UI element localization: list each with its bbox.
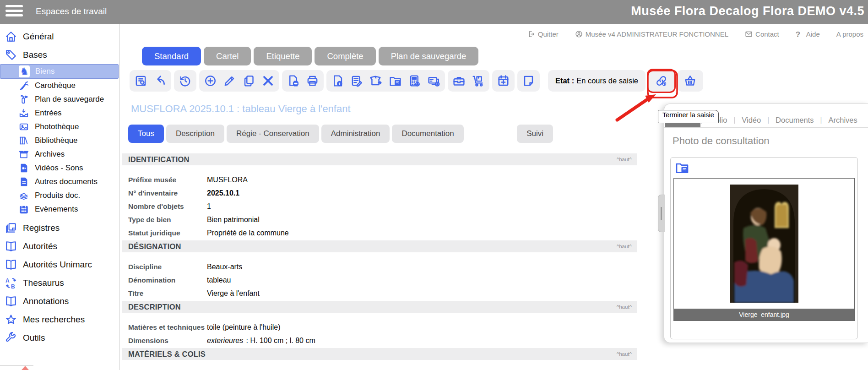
toolbar-group bbox=[199, 70, 279, 92]
calendar-add-icon[interactable] bbox=[497, 74, 510, 87]
form-edit-icon[interactable] bbox=[350, 74, 363, 87]
sidebar-item-vid-os-sons[interactable]: Vidéos - Sons bbox=[0, 161, 119, 175]
history-icon[interactable] bbox=[179, 74, 192, 87]
hamburger-menu-icon[interactable] bbox=[5, 5, 23, 19]
back-to-top-link[interactable]: ^haut^ bbox=[617, 244, 632, 249]
app-title: Musée Flora Decalog Flora DEMO v4.5 bbox=[631, 4, 864, 18]
sidebar-item-autres-documents[interactable]: Autres documents bbox=[0, 175, 119, 189]
cards-add-icon[interactable] bbox=[427, 74, 440, 87]
back-to-top-link[interactable]: ^haut^ bbox=[617, 351, 632, 357]
sidebar-item-bases[interactable]: Bases bbox=[0, 46, 119, 64]
media-tab-vid-o[interactable]: Vidéo bbox=[735, 113, 767, 127]
sidebar-item-label: Général bbox=[23, 32, 54, 42]
sidebar-item-thesaurus[interactable]: ABThesaurus bbox=[0, 274, 119, 292]
sidebar-item-autorit-s-unimarc[interactable]: Autorités Unimarc bbox=[0, 256, 119, 274]
painting-thumbnail[interactable] bbox=[730, 185, 798, 303]
utility-item-a-propos[interactable]: A propos bbox=[836, 30, 863, 38]
print-preview-icon[interactable] bbox=[287, 74, 300, 87]
duplicate-icon[interactable] bbox=[242, 74, 255, 87]
sidebar-item-phototh-que[interactable]: Photothèque bbox=[0, 120, 119, 134]
content-tab-r-gie-conservation[interactable]: Régie - Conservation bbox=[227, 125, 319, 143]
sidebar-item-archives[interactable]: Archives bbox=[0, 147, 119, 161]
package-open-icon[interactable] bbox=[369, 74, 383, 87]
toolbox-icon[interactable] bbox=[452, 74, 466, 87]
content-tab-tous[interactable]: Tous bbox=[128, 125, 164, 143]
utility-item-mus-e-v4-administrateur-fonctionnel[interactable]: Musée v4 ADMINISTRATEUR FONCTIONNEL bbox=[575, 30, 728, 38]
back-to-top-link[interactable]: ^haut^ bbox=[617, 304, 632, 310]
utility-item-contact[interactable]: Contact bbox=[745, 30, 779, 38]
video-doc-icon bbox=[18, 163, 29, 173]
field-label: Dimensions bbox=[128, 337, 207, 345]
back-to-top-link[interactable]: ^haut^ bbox=[617, 157, 632, 162]
app-window: Espaces de travail Musée Flora Decalog F… bbox=[0, 0, 868, 370]
sidebar-item-outils[interactable]: Outils bbox=[0, 329, 119, 347]
field-label: Statut juridique bbox=[128, 229, 207, 237]
folder-image-icon[interactable] bbox=[674, 160, 690, 175]
list-search-icon[interactable] bbox=[134, 74, 147, 87]
utility-item-label: Aide bbox=[806, 30, 820, 38]
mode-tab-cartel[interactable]: Cartel bbox=[204, 47, 251, 65]
sidebar-item-label: Biens bbox=[35, 67, 55, 76]
content-tab-administration[interactable]: Administration bbox=[321, 125, 390, 143]
sidebar-item-entr-es[interactable]: Entrées bbox=[0, 106, 119, 120]
toolbar-group bbox=[326, 70, 445, 92]
field-value: Bien patrimonial bbox=[207, 216, 260, 224]
sidebar-item-autorit-s[interactable]: Autorités bbox=[0, 237, 119, 256]
trolley-icon[interactable] bbox=[472, 74, 485, 87]
user-icon bbox=[575, 30, 583, 38]
add-circle-icon[interactable] bbox=[204, 74, 217, 87]
undo-icon[interactable] bbox=[153, 74, 167, 87]
utility-item-quitter[interactable]: Quitter bbox=[527, 30, 559, 38]
folder-image-icon[interactable] bbox=[389, 74, 402, 87]
sidebar-item-annotations[interactable]: Annotations bbox=[0, 292, 119, 310]
content-tab-documentation[interactable]: Documentation bbox=[392, 125, 463, 143]
toolbar-group bbox=[448, 70, 489, 92]
mode-tab-compl-te[interactable]: Complète bbox=[315, 47, 375, 65]
utility-item-label: Musée v4 ADMINISTRATEUR FONCTIONNEL bbox=[586, 30, 728, 38]
field-row: Matières et techniquestoile (peinture à … bbox=[122, 321, 637, 334]
sidebar-item-registres[interactable]: Registres bbox=[0, 219, 119, 237]
photo-consultation-box: Vierge_enfant.jpg bbox=[670, 157, 858, 339]
basket-button[interactable] bbox=[677, 70, 703, 92]
svg-text:A: A bbox=[5, 278, 10, 284]
sidebar-item-produits-doc-[interactable]: Produits doc. bbox=[0, 189, 119, 202]
content-tab-suivi[interactable]: Suivi bbox=[517, 125, 553, 143]
sidebar-item-biens[interactable]: ♞Biens bbox=[0, 64, 119, 79]
attach-doc-icon[interactable] bbox=[331, 74, 344, 87]
sidebar-item-ev-nements[interactable]: Evènements bbox=[0, 202, 119, 216]
sidebar-item-label: Bases bbox=[23, 50, 47, 60]
utility-item-label: A propos bbox=[836, 30, 863, 38]
sidebar-item-label: Plan de sauvegarde bbox=[35, 95, 104, 104]
panel-collapse-handle[interactable] bbox=[658, 195, 665, 232]
media-tab-archives[interactable]: Archives bbox=[822, 113, 863, 127]
finish-entry-link-button[interactable] bbox=[648, 70, 674, 92]
toolbar-group bbox=[492, 70, 515, 92]
sidebar-item-caroth-que[interactable]: Carothèque bbox=[0, 79, 119, 92]
exit-icon bbox=[527, 30, 535, 38]
sidebar-item-g-n-ral[interactable]: Général bbox=[0, 27, 119, 46]
field-label: Nombre d'objets bbox=[128, 202, 207, 211]
edit-pencil-icon[interactable] bbox=[223, 74, 236, 87]
workspace-label[interactable]: Espaces de travail bbox=[36, 6, 107, 16]
sidebar-item-label: Autorités bbox=[23, 241, 57, 251]
sidebar-item-mes-recherches[interactable]: Mes recherches bbox=[0, 310, 119, 329]
utility-item-aide[interactable]: ?Aide bbox=[796, 30, 820, 38]
media-tab-documents[interactable]: Documents bbox=[769, 113, 820, 127]
field-value: tableau bbox=[207, 276, 231, 284]
status-label: Etat : bbox=[555, 76, 574, 85]
field-label: Dénomination bbox=[128, 276, 207, 284]
utility-item-label: Quitter bbox=[538, 30, 559, 38]
mode-tab-etiquette[interactable]: Etiquette bbox=[254, 47, 312, 65]
field-value: 1 bbox=[207, 202, 211, 211]
delete-x-icon[interactable] bbox=[261, 74, 275, 87]
mode-tab-standard[interactable]: Standard bbox=[142, 47, 201, 65]
mode-tab-plan-de-sauvegarde[interactable]: Plan de sauvegarde bbox=[379, 47, 479, 65]
sidebar-item-biblioth-que[interactable]: Bibliothèque bbox=[0, 134, 119, 147]
printer-icon[interactable] bbox=[306, 74, 319, 87]
content-tab-description[interactable]: Description bbox=[166, 125, 224, 143]
note-icon[interactable] bbox=[522, 74, 535, 87]
record-title: MUSFLORA 2025.10.1 : tableau Vierge à l'… bbox=[131, 103, 351, 115]
field-label: Titre bbox=[128, 289, 207, 298]
calculator-icon[interactable] bbox=[408, 74, 421, 87]
sidebar-item-plan-de-sauvegarde[interactable]: Plan de sauvegarde bbox=[0, 92, 119, 106]
